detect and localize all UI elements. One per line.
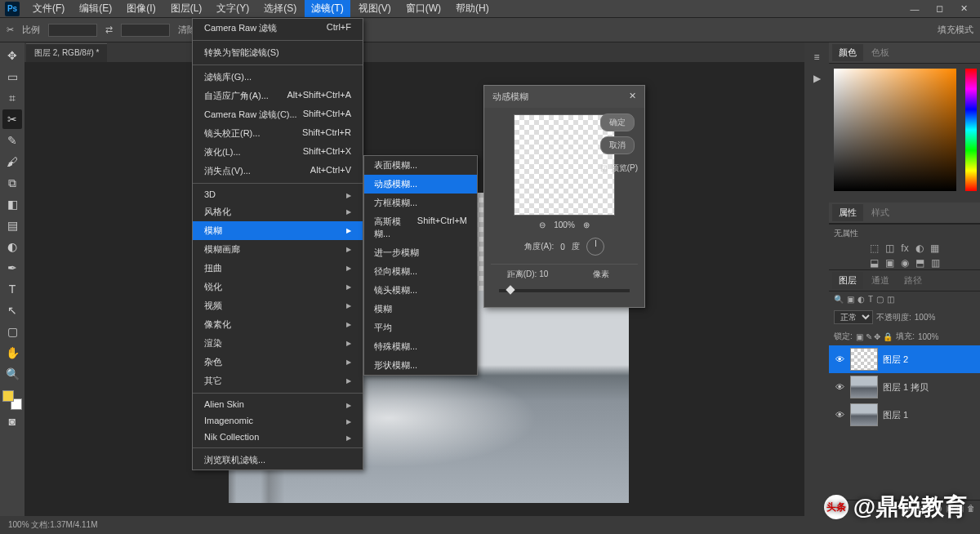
gradient-tool-icon[interactable]: ▤: [2, 216, 22, 235]
lasso-tool-icon[interactable]: ⌗: [2, 88, 22, 108]
visibility-icon[interactable]: 👁: [834, 354, 845, 364]
menu-item[interactable]: 图层(L): [164, 0, 209, 17]
tab-color[interactable]: 颜色: [832, 44, 863, 61]
zoom-out-icon[interactable]: ⊖: [539, 220, 546, 229]
menu-item[interactable]: 其它: [193, 372, 363, 390]
tab-styles[interactable]: 样式: [865, 204, 896, 221]
angle-knob[interactable]: [586, 238, 604, 256]
menu-item[interactable]: Camera Raw 滤镜Ctrl+F: [193, 19, 363, 38]
layer-row[interactable]: 👁图层 1: [829, 401, 980, 429]
menu-item[interactable]: 风格化: [193, 202, 363, 221]
tab-layers[interactable]: 图层: [832, 272, 863, 289]
prop-icon[interactable]: ⬒: [915, 257, 924, 269]
menu-item[interactable]: Alien Skin: [193, 396, 363, 412]
menu-item[interactable]: 滤镜(T): [305, 0, 350, 17]
menu-item[interactable]: 液化(L)...Shift+Ctrl+X: [193, 143, 363, 162]
visibility-icon[interactable]: 👁: [834, 410, 845, 420]
maximize-icon[interactable]: ◻: [928, 2, 951, 16]
swap-icon[interactable]: ⇄: [105, 24, 113, 35]
menu-item[interactable]: 视频: [193, 296, 363, 315]
opacity-value[interactable]: 100%: [915, 313, 936, 322]
menu-item[interactable]: 视图(V): [352, 0, 398, 17]
menu-item[interactable]: 滤镜库(G)...: [193, 68, 363, 87]
submenu-item[interactable]: 方框模糊...: [364, 194, 477, 212]
hand-tool-icon[interactable]: ✋: [2, 343, 22, 363]
visibility-icon[interactable]: 👁: [834, 382, 845, 392]
menu-item[interactable]: 文件(F): [26, 0, 71, 17]
menu-item[interactable]: Imagenomic: [193, 412, 363, 429]
document-tab[interactable]: 图层 2, RGB/8#) *: [26, 43, 107, 62]
marquee-tool-icon[interactable]: ▭: [2, 67, 22, 87]
tab-channels[interactable]: 通道: [865, 272, 896, 289]
menu-item[interactable]: 消失点(V)...Alt+Ctrl+V: [193, 162, 363, 180]
menu-item[interactable]: 编辑(E): [73, 0, 118, 17]
move-tool-icon[interactable]: ✥: [2, 46, 22, 65]
submenu-item[interactable]: 平均: [364, 318, 477, 337]
menu-item[interactable]: 3D: [193, 186, 363, 202]
zoom-in-icon[interactable]: ⊕: [583, 220, 590, 229]
ratio-h-field[interactable]: [121, 24, 170, 37]
submenu-item[interactable]: 进一步模糊: [364, 243, 477, 262]
menu-item[interactable]: 锐化: [193, 278, 363, 296]
eraser-tool-icon[interactable]: ◧: [2, 194, 22, 214]
submenu-item[interactable]: 表面模糊...: [364, 156, 477, 175]
angle-value[interactable]: 0: [560, 243, 565, 251]
crop-tool-icon[interactable]: ✂: [2, 109, 22, 129]
actions-icon[interactable]: ▶: [808, 70, 825, 87]
filter-type-icon[interactable]: T: [868, 295, 873, 304]
blend-mode-select[interactable]: 正常: [834, 310, 873, 324]
preview-checkbox-label[interactable]: 预览(P): [611, 162, 638, 174]
prop-icon[interactable]: ◐: [915, 243, 924, 254]
menu-item[interactable]: 转换为智能滤镜(S): [193, 43, 363, 62]
tab-properties[interactable]: 属性: [832, 204, 863, 221]
prop-icon[interactable]: fx: [901, 243, 908, 254]
menu-item[interactable]: 自适应广角(A)...Alt+Shift+Ctrl+A: [193, 87, 363, 105]
menu-item[interactable]: Camera Raw 滤镜(C)...Shift+Ctrl+A: [193, 105, 363, 124]
history-icon[interactable]: ≡: [808, 49, 825, 65]
menu-item[interactable]: 选择(S): [257, 0, 303, 17]
pen-tool-icon[interactable]: ✒: [2, 258, 22, 278]
minimize-icon[interactable]: —: [903, 2, 926, 16]
opt-fill[interactable]: 填充模式: [938, 24, 973, 36]
menu-item[interactable]: Nik Collection: [193, 429, 363, 445]
brush-tool-icon[interactable]: 🖌: [2, 152, 22, 171]
color-swatches[interactable]: [2, 390, 22, 410]
menu-item[interactable]: 像素化: [193, 315, 363, 334]
menu-item[interactable]: 渲染: [193, 334, 363, 353]
dodge-tool-icon[interactable]: ◐: [2, 237, 22, 256]
checkbox-icon[interactable]: ☑: [600, 164, 608, 173]
layer-row[interactable]: 👁图层 1 拷贝: [829, 373, 980, 401]
cancel-button[interactable]: 取消: [600, 136, 635, 154]
menu-item[interactable]: 图像(I): [120, 0, 162, 17]
path-tool-icon[interactable]: ↖: [2, 300, 22, 320]
fill-value[interactable]: 100%: [918, 332, 939, 341]
type-tool-icon[interactable]: T: [2, 279, 22, 299]
submenu-item[interactable]: 特殊模糊...: [364, 337, 477, 356]
prop-icon[interactable]: ▦: [930, 243, 939, 254]
stamp-tool-icon[interactable]: ⧉: [2, 173, 22, 193]
filter-icon[interactable]: 🔍: [834, 295, 844, 304]
submenu-item[interactable]: 径向模糊...: [364, 262, 477, 281]
tab-paths[interactable]: 路径: [898, 272, 929, 289]
menu-item[interactable]: 文字(Y): [210, 0, 256, 17]
menu-item[interactable]: 模糊: [193, 221, 363, 240]
submenu-item[interactable]: 形状模糊...: [364, 356, 477, 375]
eyedropper-tool-icon[interactable]: ✎: [2, 131, 22, 150]
prop-icon[interactable]: ▣: [885, 257, 894, 269]
prop-icon[interactable]: ⬚: [870, 243, 879, 254]
zoom-tool-icon[interactable]: 🔍: [2, 364, 22, 384]
lock-icon[interactable]: ▣ ✎ ✥ 🔒: [856, 332, 893, 341]
menu-item[interactable]: 窗口(W): [399, 0, 448, 17]
submenu-item[interactable]: 模糊: [364, 300, 477, 318]
ok-button[interactable]: 确定: [600, 113, 635, 131]
quickmask-icon[interactable]: ◙: [2, 412, 22, 431]
tool-preset[interactable]: 比例: [22, 24, 40, 36]
filter-type-icon[interactable]: ▢: [876, 295, 884, 304]
prop-icon[interactable]: ◫: [885, 243, 894, 254]
ratio-w-field[interactable]: [48, 24, 97, 37]
submenu-item[interactable]: 动感模糊...: [364, 175, 477, 194]
prop-icon[interactable]: ⬓: [870, 257, 879, 269]
prop-icon[interactable]: ◉: [901, 257, 909, 269]
prop-icon[interactable]: ▥: [931, 257, 940, 269]
shape-tool-icon[interactable]: ▢: [2, 322, 22, 341]
